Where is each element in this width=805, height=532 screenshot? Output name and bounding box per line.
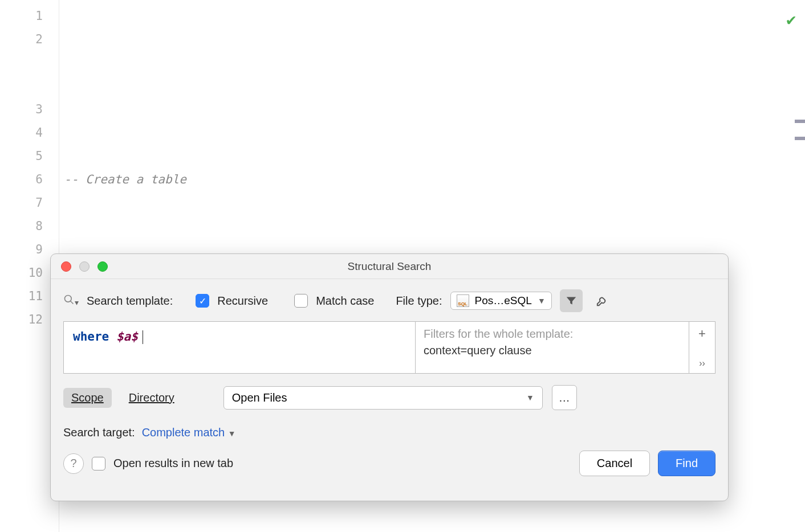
dialog-title: Structural Search: [51, 260, 728, 273]
template-input[interactable]: where $a$: [63, 321, 416, 374]
maximize-icon[interactable]: [97, 261, 108, 272]
text-cursor: [143, 330, 143, 344]
search-target-dropdown[interactable]: Complete match ▼: [142, 426, 236, 439]
directory-tab[interactable]: Directory: [121, 388, 182, 408]
svg-point-0: [65, 295, 72, 302]
search-marker[interactable]: [795, 137, 805, 140]
tools-button[interactable]: [591, 289, 613, 312]
filter-value: context=query clause: [424, 344, 681, 357]
recursive-checkbox[interactable]: ✓: [196, 294, 209, 308]
line-number: 3: [0, 98, 59, 121]
line-number: 2: [0, 28, 59, 51]
new-tab-label: Open results in new tab: [113, 457, 233, 470]
chevron-down-icon: ▼: [228, 429, 236, 438]
help-button[interactable]: ?: [63, 453, 84, 474]
minimize-icon[interactable]: [79, 261, 90, 272]
filter-button[interactable]: [560, 289, 583, 312]
file-type-label: File type:: [396, 294, 442, 308]
line-number: 6: [0, 168, 59, 191]
comment: -- Create a table: [64, 173, 186, 186]
titlebar[interactable]: Structural Search: [51, 254, 728, 279]
line-number: 1: [0, 5, 59, 28]
match-case-label: Match case: [316, 294, 374, 308]
browse-button[interactable]: …: [552, 385, 577, 410]
line-number: 4: [0, 121, 59, 145]
template-variable: $a$: [116, 330, 138, 343]
line-number: 5: [0, 145, 59, 168]
search-target-value: Complete match: [142, 426, 225, 439]
close-icon[interactable]: [61, 261, 71, 272]
search-template-label: Search template:: [87, 294, 173, 308]
line-number: 7: [0, 191, 59, 215]
match-case-checkbox[interactable]: [294, 294, 308, 308]
sql-file-icon: SQL: [457, 294, 469, 307]
search-icon: ▾: [63, 294, 79, 308]
new-tab-checkbox[interactable]: [92, 457, 105, 470]
window-controls: [61, 261, 108, 272]
filter-placeholder: Filters for the whole template:: [424, 328, 681, 341]
check-icon: ✔: [786, 8, 796, 31]
chevron-down-icon: ▼: [538, 296, 546, 305]
keyword: where: [73, 330, 109, 343]
scope-dropdown[interactable]: Open Files ▼: [223, 386, 543, 410]
line-number: [0, 51, 59, 98]
cancel-button[interactable]: Cancel: [579, 451, 650, 476]
scope-tab[interactable]: Scope: [63, 388, 112, 408]
svg-line-1: [71, 301, 74, 304]
chevron-down-icon: ▼: [526, 393, 534, 402]
recursive-label: Recursive: [217, 294, 268, 308]
line-number: 8: [0, 215, 59, 238]
filter-side-buttons: + ››: [689, 321, 715, 374]
add-filter-button[interactable]: +: [698, 326, 706, 341]
scope-value: Open Files: [232, 391, 287, 404]
file-type-dropdown[interactable]: SQL Pos…eSQL ▼: [450, 292, 552, 310]
find-button[interactable]: Find: [658, 451, 715, 476]
filter-panel[interactable]: Filters for the whole template: context=…: [416, 321, 689, 374]
search-target-label: Search target:: [63, 426, 135, 439]
code-line[interactable]: -- Create a table: [64, 168, 800, 191]
file-type-value: Pos…eSQL: [475, 294, 532, 307]
structural-search-dialog: Structural Search ▾ Search template: ✓ R…: [50, 253, 729, 501]
expand-filter-button[interactable]: ››: [699, 358, 705, 369]
search-marker[interactable]: [795, 120, 805, 123]
